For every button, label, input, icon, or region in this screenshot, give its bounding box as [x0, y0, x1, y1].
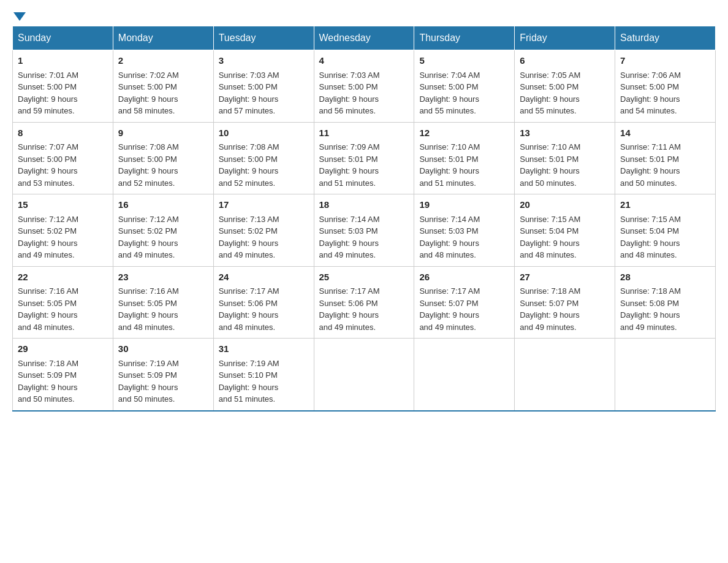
day-info: Sunrise: 7:19 AMSunset: 5:10 PMDaylight:…: [219, 358, 309, 405]
day-info: Sunrise: 7:17 AMSunset: 5:06 PMDaylight:…: [319, 285, 409, 333]
day-number: 14: [620, 126, 710, 140]
day-number: 16: [118, 198, 208, 212]
day-info: Sunrise: 7:12 AMSunset: 5:02 PMDaylight:…: [118, 213, 208, 261]
calendar-cell: 13Sunrise: 7:10 AMSunset: 5:01 PMDayligh…: [515, 122, 615, 194]
day-info: Sunrise: 7:14 AMSunset: 5:03 PMDaylight:…: [419, 213, 509, 261]
calendar-cell: 23Sunrise: 7:16 AMSunset: 5:05 PMDayligh…: [113, 266, 213, 339]
day-number: 26: [419, 270, 509, 285]
calendar-cell: 4Sunrise: 7:03 AMSunset: 5:00 PMDaylight…: [314, 50, 414, 123]
day-info: Sunrise: 7:18 AMSunset: 5:09 PMDaylight:…: [18, 358, 108, 405]
day-info: Sunrise: 7:17 AMSunset: 5:06 PMDaylight:…: [219, 285, 309, 333]
day-info: Sunrise: 7:15 AMSunset: 5:04 PMDaylight:…: [620, 213, 710, 261]
day-number: 30: [118, 342, 208, 356]
calendar-cell: 9Sunrise: 7:08 AMSunset: 5:00 PMDaylight…: [113, 122, 213, 194]
calendar-cell: 28Sunrise: 7:18 AMSunset: 5:08 PMDayligh…: [615, 266, 716, 339]
calendar-cell: 15Sunrise: 7:12 AMSunset: 5:02 PMDayligh…: [13, 194, 113, 267]
day-number: 31: [219, 342, 309, 356]
day-info: Sunrise: 7:12 AMSunset: 5:02 PMDaylight:…: [18, 213, 108, 261]
day-info: Sunrise: 7:10 AMSunset: 5:01 PMDaylight:…: [520, 141, 610, 189]
logo-arrow-icon: [13, 12, 26, 21]
day-info: Sunrise: 7:04 AMSunset: 5:00 PMDaylight:…: [419, 69, 509, 117]
day-info: Sunrise: 7:19 AMSunset: 5:09 PMDaylight:…: [118, 358, 208, 405]
day-info: Sunrise: 7:03 AMSunset: 5:00 PMDaylight:…: [319, 69, 409, 117]
day-number: 29: [18, 342, 108, 356]
calendar-cell: 31Sunrise: 7:19 AMSunset: 5:10 PMDayligh…: [213, 339, 314, 411]
calendar-cell: 25Sunrise: 7:17 AMSunset: 5:06 PMDayligh…: [314, 266, 414, 339]
calendar-cell: 12Sunrise: 7:10 AMSunset: 5:01 PMDayligh…: [414, 122, 515, 194]
day-info: Sunrise: 7:03 AMSunset: 5:00 PMDaylight:…: [219, 69, 309, 117]
calendar-cell: 18Sunrise: 7:14 AMSunset: 5:03 PMDayligh…: [314, 194, 414, 267]
day-number: 23: [118, 270, 208, 285]
calendar-header-wednesday: Wednesday: [314, 26, 414, 50]
day-number: 19: [419, 198, 509, 212]
day-info: Sunrise: 7:15 AMSunset: 5:04 PMDaylight:…: [520, 213, 610, 261]
calendar-cell: 3Sunrise: 7:03 AMSunset: 5:00 PMDaylight…: [213, 50, 314, 123]
day-number: 1: [18, 54, 108, 68]
calendar-cell: 19Sunrise: 7:14 AMSunset: 5:03 PMDayligh…: [414, 194, 515, 267]
calendar-week-row: 29Sunrise: 7:18 AMSunset: 5:09 PMDayligh…: [13, 339, 716, 411]
calendar-cell: 14Sunrise: 7:11 AMSunset: 5:01 PMDayligh…: [615, 122, 716, 194]
day-number: 17: [219, 198, 309, 212]
day-info: Sunrise: 7:08 AMSunset: 5:00 PMDaylight:…: [118, 141, 208, 189]
calendar-cell: 24Sunrise: 7:17 AMSunset: 5:06 PMDayligh…: [213, 266, 314, 339]
calendar-header-monday: Monday: [113, 26, 213, 50]
day-info: Sunrise: 7:11 AMSunset: 5:01 PMDaylight:…: [620, 141, 710, 189]
day-number: 12: [419, 126, 509, 140]
calendar-cell: 11Sunrise: 7:09 AMSunset: 5:01 PMDayligh…: [314, 122, 414, 194]
calendar-header-saturday: Saturday: [615, 26, 716, 50]
day-number: 6: [520, 54, 610, 68]
day-info: Sunrise: 7:07 AMSunset: 5:00 PMDaylight:…: [18, 141, 108, 189]
calendar-cell: 17Sunrise: 7:13 AMSunset: 5:02 PMDayligh…: [213, 194, 314, 267]
day-number: 3: [219, 54, 309, 68]
day-info: Sunrise: 7:18 AMSunset: 5:08 PMDaylight:…: [620, 285, 710, 333]
calendar-cell: 29Sunrise: 7:18 AMSunset: 5:09 PMDayligh…: [13, 339, 113, 411]
day-info: Sunrise: 7:13 AMSunset: 5:02 PMDaylight:…: [219, 213, 309, 261]
day-number: 9: [118, 126, 208, 140]
day-number: 25: [319, 270, 409, 285]
calendar-cell: 21Sunrise: 7:15 AMSunset: 5:04 PMDayligh…: [615, 194, 716, 267]
calendar-cell: [314, 339, 414, 411]
day-number: 20: [520, 198, 610, 212]
day-info: Sunrise: 7:17 AMSunset: 5:07 PMDaylight:…: [419, 285, 509, 333]
day-info: Sunrise: 7:09 AMSunset: 5:01 PMDaylight:…: [319, 141, 409, 189]
calendar-week-row: 15Sunrise: 7:12 AMSunset: 5:02 PMDayligh…: [13, 194, 716, 267]
calendar-cell: 16Sunrise: 7:12 AMSunset: 5:02 PMDayligh…: [113, 194, 213, 267]
calendar-cell: [515, 339, 615, 411]
calendar-cell: [414, 339, 515, 411]
calendar-cell: 10Sunrise: 7:08 AMSunset: 5:00 PMDayligh…: [213, 122, 314, 194]
day-number: 28: [620, 270, 710, 285]
calendar-header-friday: Friday: [515, 26, 615, 50]
day-number: 7: [620, 54, 710, 68]
calendar-header-tuesday: Tuesday: [213, 26, 314, 50]
logo-general-text: [12, 12, 26, 21]
calendar-header-sunday: Sunday: [13, 26, 113, 50]
calendar-week-row: 8Sunrise: 7:07 AMSunset: 5:00 PMDaylight…: [13, 122, 716, 194]
calendar-cell: 2Sunrise: 7:02 AMSunset: 5:00 PMDaylight…: [113, 50, 213, 123]
day-info: Sunrise: 7:16 AMSunset: 5:05 PMDaylight:…: [118, 285, 208, 333]
calendar-cell: 22Sunrise: 7:16 AMSunset: 5:05 PMDayligh…: [13, 266, 113, 339]
day-info: Sunrise: 7:18 AMSunset: 5:07 PMDaylight:…: [520, 285, 610, 333]
day-number: 11: [319, 126, 409, 140]
calendar-cell: 20Sunrise: 7:15 AMSunset: 5:04 PMDayligh…: [515, 194, 615, 267]
day-number: 21: [620, 198, 710, 212]
day-number: 8: [18, 126, 108, 140]
day-number: 15: [18, 198, 108, 212]
day-info: Sunrise: 7:06 AMSunset: 5:00 PMDaylight:…: [620, 69, 710, 117]
day-number: 2: [118, 54, 208, 68]
calendar-cell: 26Sunrise: 7:17 AMSunset: 5:07 PMDayligh…: [414, 266, 515, 339]
day-number: 22: [18, 270, 108, 285]
calendar-cell: 30Sunrise: 7:19 AMSunset: 5:09 PMDayligh…: [113, 339, 213, 411]
day-number: 5: [419, 54, 509, 68]
calendar-cell: 5Sunrise: 7:04 AMSunset: 5:00 PMDaylight…: [414, 50, 515, 123]
calendar-cell: 7Sunrise: 7:06 AMSunset: 5:00 PMDaylight…: [615, 50, 716, 123]
day-info: Sunrise: 7:05 AMSunset: 5:00 PMDaylight:…: [520, 69, 610, 117]
day-info: Sunrise: 7:02 AMSunset: 5:00 PMDaylight:…: [118, 69, 208, 117]
calendar-week-row: 1Sunrise: 7:01 AMSunset: 5:00 PMDaylight…: [13, 50, 716, 123]
logo: [12, 12, 26, 20]
day-number: 24: [219, 270, 309, 285]
calendar-cell: 27Sunrise: 7:18 AMSunset: 5:07 PMDayligh…: [515, 266, 615, 339]
page-header: [12, 12, 716, 20]
calendar-cell: [615, 339, 716, 411]
day-info: Sunrise: 7:08 AMSunset: 5:00 PMDaylight:…: [219, 141, 309, 189]
day-number: 13: [520, 126, 610, 140]
